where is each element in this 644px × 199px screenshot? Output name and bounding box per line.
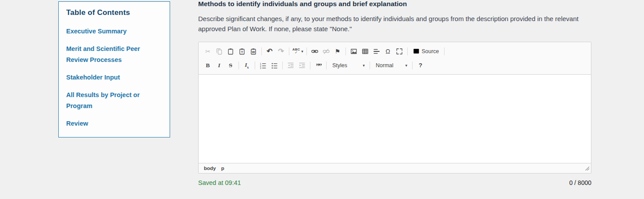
omega-icon: Ω	[385, 48, 390, 54]
blockquote-icon: ””	[316, 62, 321, 69]
editor-footer: body p	[199, 163, 591, 173]
copy-button[interactable]	[213, 46, 225, 57]
strikethrough-button[interactable]: S	[225, 60, 236, 71]
unlink-button[interactable]	[320, 46, 332, 57]
anchor-flag-icon: ⚑	[334, 48, 340, 54]
toc-link-review[interactable]: Review	[66, 118, 162, 129]
editor-content-area[interactable]	[199, 75, 591, 163]
decrease-indent-icon	[287, 62, 294, 69]
remove-format-button[interactable]: Ix	[241, 60, 253, 71]
elements-path-body[interactable]: body	[204, 166, 216, 171]
source-button[interactable]: Source	[410, 46, 442, 57]
svg-text:3: 3	[260, 66, 261, 69]
maximize-icon	[396, 48, 403, 55]
toolbar-separator	[255, 62, 255, 69]
toolbar-separator	[370, 62, 370, 69]
paste-from-word-button[interactable]: W	[248, 46, 259, 57]
undo-button[interactable]: ↶	[264, 46, 275, 57]
toc-link-executive-summary[interactable]: Executive Summary	[66, 26, 162, 36]
toc-link-all-results[interactable]: All Results by Project or Program	[66, 90, 162, 111]
editor-help-button[interactable]: ?	[415, 60, 426, 71]
italic-button[interactable]: I	[213, 60, 225, 71]
source-code-icon	[413, 48, 420, 54]
question-description: Describe significant changes, if any, to…	[198, 14, 585, 34]
unlink-icon	[323, 48, 330, 55]
toc-title: Table of Contents	[66, 8, 162, 17]
toolbar-separator	[407, 47, 408, 55]
redo-icon: ↷	[278, 47, 284, 55]
chevron-down-icon: ▾	[301, 49, 303, 54]
resize-handle[interactable]	[584, 166, 589, 170]
character-counter: 0 / 8000	[569, 179, 591, 186]
toolbar-separator	[326, 62, 327, 69]
copy-icon	[216, 48, 223, 55]
toolbar-separator	[261, 47, 262, 55]
paste-button[interactable]	[225, 46, 236, 57]
horizontal-rule-button[interactable]	[371, 46, 382, 57]
numbered-list-button[interactable]: 123	[257, 60, 269, 71]
editor-toolbar-row-2: B I S Ix 123 ”” Styles ▾	[202, 58, 587, 72]
cut-icon: ✂	[205, 48, 210, 54]
toc-link-merit-peer-review[interactable]: Merit and Scientific Peer Review Process…	[66, 43, 162, 65]
bulleted-list-button[interactable]	[269, 60, 280, 71]
spellcheck-icon: ABC ✓	[292, 48, 300, 54]
paragraph-format-label: Normal	[376, 62, 393, 69]
link-button[interactable]	[309, 46, 320, 57]
toolbar-separator	[289, 47, 289, 55]
paste-plain-text-icon: T	[238, 48, 246, 55]
increase-indent-button[interactable]	[296, 60, 308, 71]
decrease-indent-button[interactable]	[285, 60, 296, 71]
svg-text:T: T	[241, 50, 243, 54]
redo-button[interactable]: ↷	[275, 46, 287, 57]
styles-dropdown[interactable]: Styles ▾	[329, 60, 367, 71]
toolbar-separator	[345, 47, 346, 55]
chevron-down-icon: ▾	[363, 63, 365, 68]
bold-button[interactable]: B	[202, 60, 213, 71]
table-icon	[362, 48, 369, 55]
italic-icon: I	[218, 62, 220, 69]
insert-image-button[interactable]	[348, 46, 359, 57]
paste-from-word-icon: W	[250, 48, 257, 55]
table-of-contents: Table of Contents Executive Summary Meri…	[58, 1, 170, 137]
styles-dropdown-label: Styles	[332, 62, 347, 69]
source-button-label: Source	[422, 48, 439, 54]
spellcheck-button[interactable]: ABC ✓ ▾	[292, 46, 304, 57]
image-icon	[350, 48, 357, 55]
bulleted-list-icon	[271, 62, 278, 69]
cut-button[interactable]: ✂	[202, 46, 213, 57]
paragraph-format-dropdown[interactable]: Normal ▾	[372, 60, 410, 71]
paste-icon	[227, 48, 234, 55]
toolbar-separator	[412, 62, 413, 69]
toc-link-stakeholder-input[interactable]: Stakeholder Input	[66, 72, 162, 83]
autosave-status: Saved at 09:41	[198, 179, 241, 186]
anchor-button[interactable]: ⚑	[332, 46, 343, 57]
paste-plain-text-button[interactable]: T	[236, 46, 248, 57]
blockquote-button[interactable]: ””	[313, 60, 324, 71]
elements-path-p[interactable]: p	[221, 166, 224, 171]
main-content: Methods to identify individuals and grou…	[198, 0, 591, 186]
question-heading: Methods to identify individuals and grou…	[198, 0, 591, 8]
numbered-list-icon: 123	[260, 62, 267, 69]
toolbar-separator	[306, 47, 307, 55]
chevron-down-icon: ▾	[405, 63, 407, 68]
insert-table-button[interactable]	[359, 46, 371, 57]
undo-icon: ↶	[267, 47, 272, 55]
increase-indent-icon	[299, 62, 306, 69]
rich-text-editor: ✂ T W ↶ ↷ ABC ✓ ▾	[198, 42, 591, 174]
question-mark-icon: ?	[419, 62, 422, 69]
special-character-button[interactable]: Ω	[382, 46, 394, 57]
link-icon	[311, 48, 318, 55]
toolbar-separator	[444, 47, 445, 55]
toolbar-separator	[310, 62, 310, 69]
toolbar-separator	[282, 62, 283, 69]
horizontal-rule-icon	[373, 48, 380, 55]
editor-toolbar: ✂ T W ↶ ↷ ABC ✓ ▾	[199, 42, 591, 75]
strikethrough-icon: S	[229, 62, 232, 69]
status-row: Saved at 09:41 0 / 8000	[198, 179, 591, 186]
maximize-button[interactable]	[394, 46, 405, 57]
editor-toolbar-row-1: ✂ T W ↶ ↷ ABC ✓ ▾	[202, 44, 587, 58]
svg-text:W: W	[252, 50, 255, 54]
bold-icon: B	[206, 62, 210, 69]
toolbar-separator	[238, 62, 239, 69]
remove-format-icon: Ix	[245, 62, 249, 69]
